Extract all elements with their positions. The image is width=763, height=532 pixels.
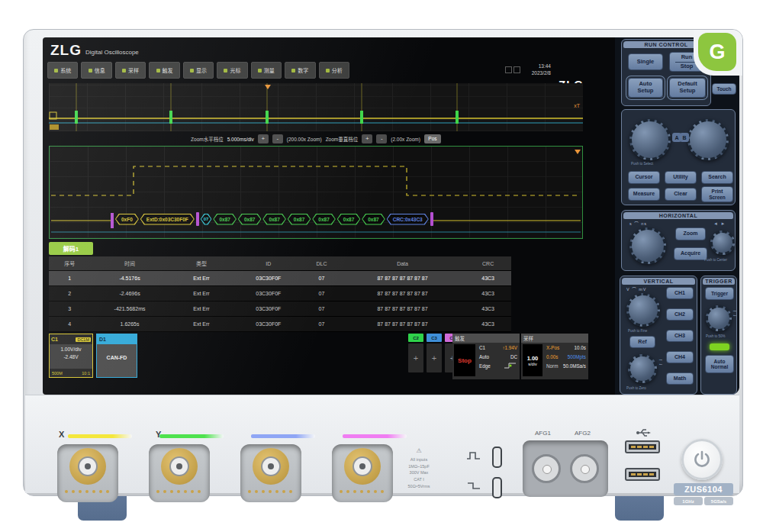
knob-b-label: B (680, 133, 689, 142)
zoom-h-minus-button[interactable]: - (272, 134, 283, 143)
zoom-v-plus-button[interactable]: + (362, 134, 372, 143)
zoom-v-minus-button[interactable]: - (376, 134, 387, 143)
channel1-status-box[interactable]: C1 DC1M 1.00V/div -2.48V 500M 10:1 (49, 334, 93, 378)
ref-button[interactable]: Ref (629, 336, 655, 348)
power-button[interactable] (681, 439, 723, 480)
lcd-screen[interactable]: ZLG Digital Oscilloscope 13:44 2023/2/8 … (43, 37, 615, 395)
decode-field-bubble[interactable]: CRC:0x43C3 (387, 214, 429, 225)
mini-channel-c2[interactable]: C2+ (408, 334, 423, 372)
decode-table[interactable]: 序号时间类型IDDLCDataCRC1-4.5176sExt Err03C30F… (49, 256, 511, 332)
menu-item-4[interactable]: 触发 (149, 62, 179, 79)
decode-field-text: ExtD:0x03C30F0F (146, 217, 188, 222)
auto-setup-button[interactable]: AutoSetup (628, 78, 663, 98)
acquire-info-row: 0.00s500Mpts (544, 352, 588, 361)
search-button[interactable]: Search (701, 171, 733, 184)
decode-field-text: 0x87 (219, 217, 230, 222)
menu-item-label: 显示 (196, 66, 207, 74)
decode-field-bubble[interactable]: 0x87 (312, 214, 335, 225)
decode-field-bubble[interactable]: 0x87 (362, 214, 385, 225)
menu-item-1[interactable]: 系统 (47, 62, 78, 79)
horizontal-position-knob[interactable] (710, 231, 735, 255)
channel-button-ch2[interactable]: CH2 (666, 308, 694, 321)
model-badge: ZUS6104 (674, 483, 733, 495)
decode-field-bubble[interactable]: 0xF0 (115, 214, 139, 225)
decode-field-bubble[interactable]: 0x87 (262, 214, 285, 225)
utility-button[interactable]: Utility (665, 171, 697, 184)
decode-table-row[interactable]: 3-421.5682msExt Err03C30F0F0787 87 87 87… (49, 301, 511, 317)
touch-button[interactable]: Touch (712, 83, 736, 95)
push-to-select-label: Push to Select (631, 162, 653, 166)
waveform-overview[interactable]: xT (49, 83, 583, 131)
decode-field-bubble[interactable]: 07 (201, 214, 212, 225)
menu-item-5[interactable]: 显示 (183, 62, 214, 79)
decode-field-bubble[interactable]: ExtD:0x03C30F0F (140, 214, 195, 225)
knob-a[interactable] (629, 119, 671, 160)
trigger-status-box[interactable]: 触发 Stop C1↑1.94VAutoDCEdge (452, 334, 520, 379)
mini-channel-plus[interactable]: + (408, 343, 423, 372)
trigger-info-row: Edge (477, 361, 520, 370)
channel-color-bar-4 (343, 434, 407, 438)
decode-table-row[interactable]: 2-2.4696sExt Err03C30F0F0787 87 87 87 87… (49, 286, 511, 301)
decode-table-row[interactable]: 41.6265sExt Err03C30F0F0787 87 87 87 87 … (49, 317, 511, 332)
volt-scale-knob[interactable] (626, 293, 660, 327)
edge-type-icon (504, 362, 517, 369)
ch1-coupling-badge: DC1M (76, 337, 91, 342)
decode-field-bubble[interactable]: 0x87 (213, 214, 236, 225)
decode-table-cell: 87 87 87 87 87 87 87 (340, 321, 465, 327)
menu-item-6[interactable]: 光标 (217, 62, 247, 79)
zoom-pos-button[interactable]: Pos (424, 134, 441, 143)
menu-item-8[interactable]: 数字 (285, 62, 315, 79)
usb-icon (636, 428, 651, 437)
decode-table-header-cell: DLC (303, 261, 340, 266)
knob-b[interactable] (687, 119, 729, 160)
mini-channel-plus[interactable]: + (427, 343, 442, 372)
afg1-label: AFG1 (535, 430, 551, 437)
decoder-tab[interactable]: 解码1 (49, 242, 93, 255)
auto-normal-button[interactable]: AutoNormal (705, 355, 734, 373)
decode-field-bubble[interactable]: 0x87 (238, 214, 261, 225)
menu-icon (258, 69, 262, 73)
clear-button[interactable]: Clear (665, 188, 697, 201)
volt-range-label: V ⌒ mV (626, 286, 646, 292)
measure-button[interactable]: Measure (628, 188, 660, 201)
decode-field-text: 0x87 (269, 217, 279, 222)
decode-frame-separator (430, 212, 433, 226)
cursor-button[interactable]: Cursor (628, 171, 660, 184)
acquire-info-key: 0.00s (546, 354, 558, 360)
usb-port-1 (625, 440, 660, 453)
decode-field-text: 0x87 (294, 217, 304, 222)
decode-field-bubble[interactable]: 0x87 (288, 214, 311, 225)
channel-button-math[interactable]: Math (666, 372, 694, 385)
protocol-decode-row[interactable]: 0xF0ExtD:0x03C30F0F070x870x870x870x870x8… (115, 212, 433, 226)
decode-field-bubble[interactable]: 0x87 (337, 214, 360, 225)
acquire-status-title: 采样 (521, 334, 588, 343)
decode-table-row[interactable]: 1-4.5176sExt Err03C30F0F0787 87 87 87 87… (49, 271, 511, 286)
mini-channel-c3[interactable]: C3+ (427, 334, 442, 372)
digital1-status-box[interactable]: D1 CAN-FD (96, 334, 137, 378)
single-button[interactable]: Single (628, 53, 663, 70)
default-setup-button[interactable]: DefaultSetup (669, 78, 706, 98)
zoom-button[interactable]: Zoom (675, 227, 706, 240)
timebase-knob[interactable] (629, 227, 666, 264)
menu-item-3[interactable]: 采样 (115, 62, 146, 79)
decode-table-cell: 3 (49, 306, 91, 311)
acquire-status-box[interactable]: 采样 1.00 s/div X-Pos10.0s0.00s500MptsNorm… (521, 334, 588, 379)
menu-item-2[interactable]: 信息 (81, 62, 111, 79)
channel-button-ch3[interactable]: CH3 (666, 330, 694, 342)
ch3-bnc-connector (240, 444, 301, 502)
trigger-button[interactable]: Trigger (705, 287, 734, 300)
vertical-position-knob[interactable] (628, 354, 657, 383)
menu-item-9[interactable]: 分析 (319, 62, 349, 79)
menu-item-7[interactable]: 测量 (251, 62, 282, 79)
zoom-window[interactable]: 0xF0ExtD:0x03C30F0F070x870x870x870x870x8… (49, 146, 583, 239)
channel-button-ch1[interactable]: CH1 (666, 287, 694, 299)
acquire-info-key: X-Pos (546, 345, 559, 350)
channel-button-ch4[interactable]: CH4 (666, 351, 694, 363)
acquire-button[interactable]: Acquire (674, 247, 707, 260)
trigger-level-knob[interactable] (706, 305, 732, 331)
print-screen-button[interactable]: PrintScreen (701, 186, 733, 202)
trig-arrows-icon: ↑↓ (732, 310, 738, 318)
zoom-h-plus-button[interactable]: + (258, 134, 269, 143)
afg2-bnc-connector (570, 454, 599, 483)
channel-color-bar-1 (68, 434, 132, 438)
